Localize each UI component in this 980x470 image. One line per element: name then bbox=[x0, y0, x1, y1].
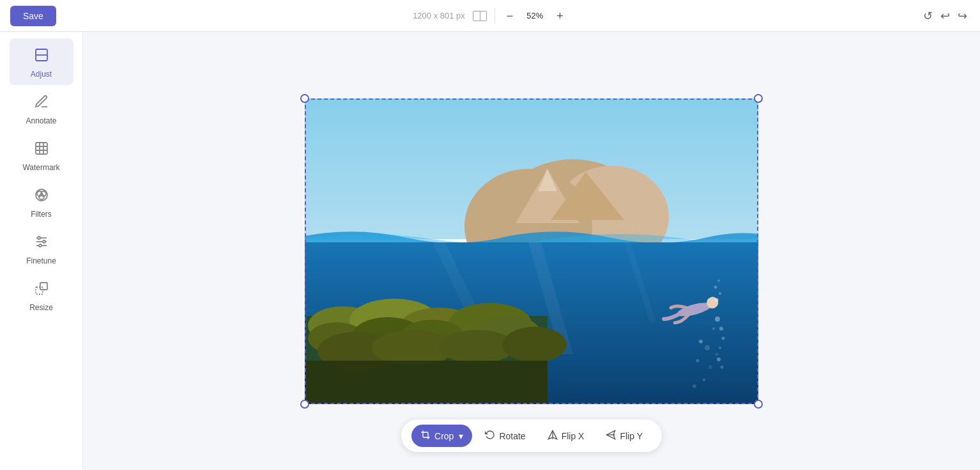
crop-handle-tl[interactable] bbox=[300, 94, 309, 103]
svg-rect-2 bbox=[36, 143, 47, 154]
sidebar-item-resize[interactable]: Resize bbox=[10, 272, 73, 318]
sidebar-item-watermark-label: Watermark bbox=[22, 163, 59, 172]
svg-point-42 bbox=[705, 345, 710, 350]
top-bar: Save 1200 x 801 px − 52% + ↺ ↩ ↪ bbox=[0, 0, 980, 32]
sidebar-item-filters[interactable]: Filters bbox=[10, 178, 73, 225]
svg-rect-13 bbox=[36, 287, 43, 294]
svg-point-46 bbox=[703, 379, 705, 381]
svg-rect-39 bbox=[305, 361, 547, 404]
svg-point-59 bbox=[717, 357, 721, 361]
undo-redo-group: ↺ ↩ ↪ bbox=[921, 6, 970, 26]
sidebar-item-annotate-label: Annotate bbox=[26, 116, 56, 125]
sidebar-item-annotate[interactable]: Annotate bbox=[10, 85, 73, 132]
flipy-label: Flip Y bbox=[620, 431, 643, 441]
dimensions-label: 1200 x 801 px bbox=[413, 11, 465, 20]
sidebar: Adjust Annotate Watermark bbox=[0, 32, 83, 470]
top-bar-left: Save bbox=[10, 6, 56, 26]
adjust-icon bbox=[34, 47, 49, 66]
sidebar-item-finetune[interactable]: Finetune bbox=[10, 225, 73, 272]
svg-point-12 bbox=[39, 244, 42, 247]
svg-rect-14 bbox=[40, 283, 47, 290]
svg-point-60 bbox=[721, 365, 724, 368]
svg-point-44 bbox=[716, 353, 718, 356]
svg-point-53 bbox=[714, 285, 717, 288]
svg-point-57 bbox=[722, 336, 725, 340]
canvas-area: Crop ▾ Rotate bbox=[83, 32, 980, 470]
svg-point-52 bbox=[719, 292, 721, 295]
sidebar-item-finetune-label: Finetune bbox=[26, 256, 56, 265]
crop-label: Crop bbox=[434, 431, 454, 441]
rotate-label: Rotate bbox=[499, 431, 525, 441]
reset-button[interactable]: ↺ bbox=[921, 6, 935, 26]
finetune-icon bbox=[34, 234, 49, 253]
svg-point-55 bbox=[715, 317, 720, 322]
flipy-icon bbox=[606, 430, 616, 442]
svg-point-41 bbox=[712, 327, 715, 330]
sidebar-item-watermark[interactable]: Watermark bbox=[10, 132, 73, 178]
rotate-button[interactable]: Rotate bbox=[476, 425, 534, 447]
svg-point-54 bbox=[717, 279, 720, 282]
redo-button[interactable]: ↪ bbox=[955, 6, 970, 26]
svg-point-47 bbox=[693, 384, 696, 388]
sidebar-item-adjust-label: Adjust bbox=[31, 70, 52, 79]
save-button[interactable]: Save bbox=[10, 6, 56, 26]
zoom-label: 52% bbox=[522, 11, 547, 20]
image-container[interactable] bbox=[305, 98, 758, 404]
crop-handle-bl[interactable] bbox=[300, 400, 309, 409]
crop-handle-br[interactable] bbox=[754, 400, 763, 409]
svg-point-51 bbox=[715, 298, 719, 302]
resize-icon bbox=[34, 281, 49, 299]
main-layout: Adjust Annotate Watermark bbox=[0, 32, 980, 470]
divider bbox=[494, 8, 495, 24]
svg-point-43 bbox=[696, 359, 700, 362]
sidebar-item-resize-label: Resize bbox=[29, 303, 53, 312]
crop-handle-tr[interactable] bbox=[754, 94, 763, 103]
filters-icon bbox=[34, 187, 49, 206]
image-canvas bbox=[305, 98, 758, 404]
svg-point-45 bbox=[708, 365, 712, 369]
split-view-icon[interactable] bbox=[473, 11, 487, 21]
svg-point-40 bbox=[699, 340, 703, 343]
sidebar-item-adjust[interactable]: Adjust bbox=[10, 38, 73, 85]
svg-point-56 bbox=[719, 327, 723, 331]
sidebar-item-filters-label: Filters bbox=[31, 210, 52, 219]
bottom-toolbar: Crop ▾ Rotate bbox=[401, 419, 662, 452]
crop-button[interactable]: Crop ▾ bbox=[411, 425, 472, 447]
undo-button[interactable]: ↩ bbox=[938, 6, 953, 26]
flipx-icon bbox=[547, 430, 558, 442]
flipx-label: Flip X bbox=[562, 431, 585, 441]
annotate-icon bbox=[34, 94, 49, 113]
svg-point-58 bbox=[719, 347, 721, 349]
svg-point-38 bbox=[503, 327, 567, 363]
crop-dropdown-icon: ▾ bbox=[459, 431, 463, 441]
zoom-in-button[interactable]: + bbox=[553, 9, 567, 23]
svg-point-10 bbox=[38, 237, 40, 239]
rotate-icon bbox=[485, 430, 495, 442]
zoom-out-button[interactable]: − bbox=[503, 9, 517, 23]
svg-point-11 bbox=[43, 240, 45, 243]
crop-icon bbox=[420, 430, 431, 442]
flipx-button[interactable]: Flip X bbox=[539, 425, 593, 447]
flipy-button[interactable]: Flip Y bbox=[597, 425, 652, 447]
top-bar-center: 1200 x 801 px − 52% + bbox=[413, 8, 567, 24]
zoom-controls: − 52% + bbox=[503, 9, 567, 23]
watermark-icon bbox=[34, 141, 49, 159]
